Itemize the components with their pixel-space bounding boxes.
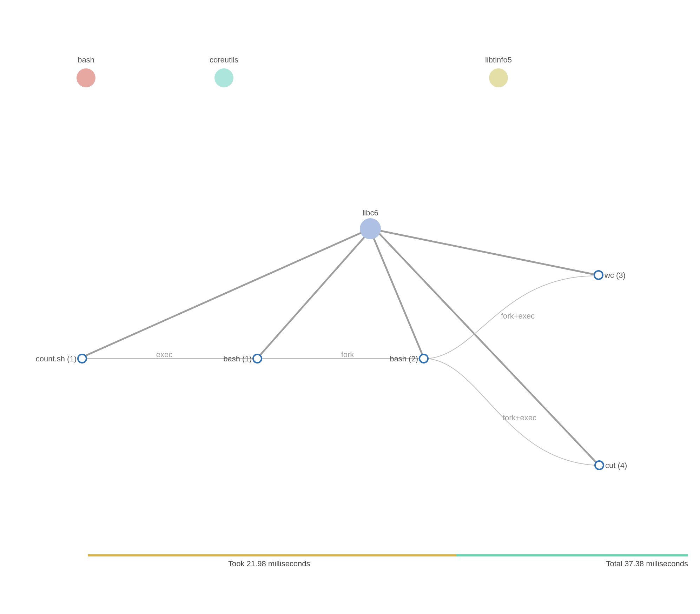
node-label-count-sh: count.sh (1) — [36, 354, 77, 363]
edge-libc6-cut — [377, 232, 597, 464]
timeline-took-bar[interactable] — [88, 554, 456, 556]
legend-dot-libtinfo5 — [489, 68, 508, 87]
package-label-libc6: libc6 — [362, 208, 378, 217]
node-circle-bash-2 — [420, 354, 428, 363]
edge-label-exec: exec — [156, 350, 172, 359]
process-nodes: count.sh (1) bash (1) bash (2) wc (3) cu… — [36, 271, 627, 470]
edge-libc6-countsh — [82, 232, 362, 357]
node-circle-wc-3 — [594, 271, 603, 279]
package-node-libc6[interactable]: libc6 — [360, 208, 381, 239]
legend-item-libtinfo5[interactable]: libtinfo5 — [485, 55, 512, 87]
edge-label-forkexec-wc: fork+exec — [501, 312, 535, 320]
legend-label-coreutils: coreutils — [210, 55, 238, 64]
node-label-wc-3: wc (3) — [604, 271, 626, 280]
legend-dot-bash — [77, 68, 95, 87]
edge-libc6-bash1 — [258, 234, 367, 358]
legend-label-libtinfo5: libtinfo5 — [485, 55, 512, 64]
legend-dot-coreutils — [214, 68, 233, 87]
legend-item-bash[interactable]: bash — [77, 55, 95, 87]
node-bash-1[interactable]: bash (1) — [223, 354, 262, 363]
node-count-sh[interactable]: count.sh (1) — [36, 354, 86, 363]
node-circle-bash-1 — [253, 354, 262, 363]
edge-forkexec-cut — [428, 359, 595, 465]
package-edges — [82, 230, 597, 464]
legend-item-coreutils[interactable]: coreutils — [210, 55, 238, 87]
legend: bash coreutils libtinfo5 — [77, 55, 512, 87]
node-wc-3[interactable]: wc (3) — [594, 271, 626, 280]
timeline-total-bar[interactable] — [456, 554, 688, 556]
node-circle-count-sh — [78, 354, 86, 363]
node-label-bash-1: bash (1) — [223, 354, 252, 363]
timeline-took-label: Took 21.98 milliseconds — [228, 559, 310, 568]
package-dot-libc6 — [360, 218, 381, 239]
node-bash-2[interactable]: bash (2) — [390, 354, 428, 363]
edge-label-fork: fork — [341, 350, 355, 359]
node-cut-4[interactable]: cut (4) — [595, 461, 627, 470]
legend-label-bash: bash — [78, 55, 94, 64]
node-circle-cut-4 — [595, 461, 603, 469]
flow-edges — [86, 276, 595, 465]
timeline: Took 21.98 milliseconds Total 37.38 mill… — [88, 554, 688, 568]
timeline-total-label: Total 37.38 milliseconds — [606, 559, 688, 568]
node-label-bash-2: bash (2) — [390, 354, 418, 363]
diagram-canvas: bash coreutils libtinfo5 exec fork — [0, 0, 700, 614]
node-label-cut-4: cut (4) — [605, 461, 627, 470]
edge-libc6-wc — [377, 230, 594, 274]
edge-label-forkexec-cut: fork+exec — [503, 413, 536, 422]
